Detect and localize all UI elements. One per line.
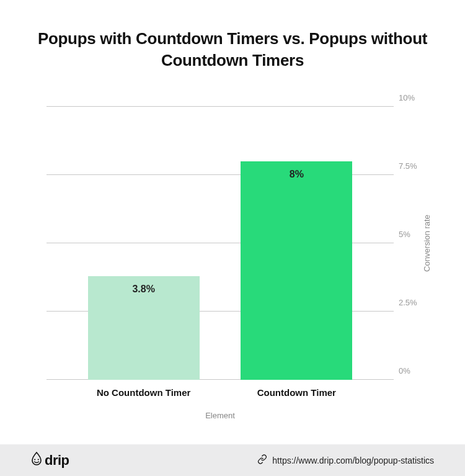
source-url-text: https://www.drip.com/blog/popup-statisti… (272, 456, 434, 465)
bars-group: 3.8% 8% (46, 107, 394, 380)
svg-point-1 (38, 459, 39, 460)
y-tick-label: 7.5% (399, 161, 425, 171)
svg-point-0 (34, 459, 35, 460)
drip-logo: drip (31, 452, 69, 469)
x-labels: No Countdown Timer Countdown Timer (46, 387, 394, 398)
y-axis-label: Conversion rate (423, 215, 432, 272)
bar-wrap: 3.8% (88, 276, 200, 380)
source-link[interactable]: https://www.drip.com/blog/popup-statisti… (257, 454, 434, 466)
footer-bar: drip https://www.drip.com/blog/popup-sta… (0, 444, 465, 476)
logo-text: drip (45, 452, 69, 469)
drip-logo-icon (31, 452, 42, 469)
bar-no-countdown: 3.8% (88, 276, 200, 380)
link-icon (257, 454, 267, 466)
x-tick-label: Countdown Timer (241, 387, 352, 398)
plot-area: 0% 2.5% 5% 7.5% 10% Conversion rate 3.8%… (46, 107, 394, 380)
y-tick-label: 10% (399, 93, 425, 102)
bar-wrap: 8% (241, 161, 352, 380)
chart-title: Popups with Countdown Timers vs. Popups … (0, 28, 465, 71)
x-tick-label: No Countdown Timer (88, 387, 200, 398)
bar-countdown: 8% (241, 161, 352, 380)
y-tick-label: 0% (399, 366, 425, 375)
bar-value-label: 8% (241, 169, 352, 180)
bar-value-label: 3.8% (88, 284, 200, 295)
chart-container: Popups with Countdown Timers vs. Popups … (0, 0, 465, 444)
x-axis-label: Element (46, 411, 394, 420)
y-tick-label: 5% (399, 230, 425, 239)
y-tick-label: 2.5% (399, 298, 425, 307)
